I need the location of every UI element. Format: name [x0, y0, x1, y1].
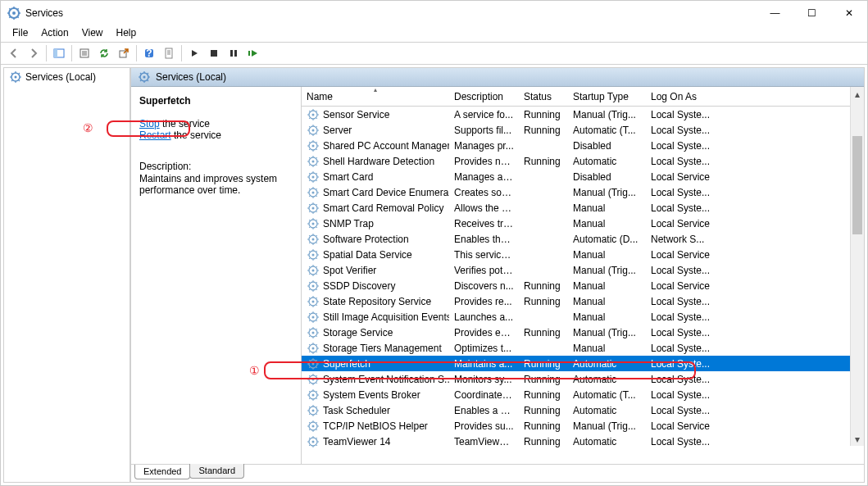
cell-name: Shell Hardware Detection: [302, 154, 449, 169]
svg-point-26: [312, 129, 315, 131]
scrollbar-thumb[interactable]: [852, 136, 862, 234]
cell-name: Software Protection: [302, 232, 449, 247]
service-row[interactable]: System Events BrokerCoordinates...Runnin…: [302, 387, 864, 402]
restart-service-button[interactable]: [244, 44, 262, 62]
service-row[interactable]: ServerSupports fil...RunningAutomatic (T…: [302, 122, 864, 138]
tabs-footer: Extended Standard: [131, 464, 864, 482]
properties-button[interactable]: [75, 44, 93, 62]
cell-status: [519, 176, 568, 178]
restart-service-link[interactable]: Restart: [139, 129, 171, 141]
tab-extended[interactable]: Extended: [134, 465, 190, 479]
svg-rect-15: [211, 50, 217, 57]
show-hide-tree-button[interactable]: [50, 44, 68, 62]
service-row[interactable]: Smart Card Device Enumera...Creates soft…: [302, 184, 864, 200]
export-button[interactable]: [115, 44, 133, 62]
service-row[interactable]: Spatial Data ServiceThis service ...Manu…: [302, 247, 864, 262]
cell-name: Shared PC Account Manager: [302, 139, 449, 153]
stop-service-link[interactable]: Stop: [139, 118, 160, 129]
cell-status: Running: [519, 420, 568, 433]
column-description[interactable]: Description: [449, 87, 519, 106]
scroll-down-arrow[interactable]: ▾: [851, 432, 864, 446]
svg-point-44: [312, 269, 315, 271]
column-status[interactable]: Status: [519, 87, 568, 106]
menu-help[interactable]: Help: [110, 25, 143, 42]
properties-sheet-button[interactable]: [160, 44, 178, 62]
stop-service-button[interactable]: [205, 44, 223, 62]
svg-point-46: [312, 284, 315, 287]
cell-name: System Event Notification S...: [302, 372, 449, 387]
gear-icon: [307, 202, 320, 215]
cell-logon: Local Syste...: [646, 311, 720, 324]
annotation-number-2: ②: [83, 121, 93, 135]
help-button[interactable]: ?: [140, 44, 158, 62]
cell-name: Task Scheduler: [302, 403, 449, 418]
gear-icon: [307, 279, 320, 293]
cell-description: Provides no...: [449, 155, 519, 168]
service-row[interactable]: Smart Card Removal PolicyAllows the s...…: [302, 200, 864, 216]
service-row[interactable]: System Event Notification S...Monitors s…: [302, 371, 864, 387]
column-logon[interactable]: Log On As: [646, 87, 720, 106]
cell-name: SNMP Trap: [302, 216, 449, 231]
service-row[interactable]: Spot VerifierVerifies pote...Manual (Tri…: [302, 262, 864, 278]
tree-item-services-local[interactable]: Services (Local): [4, 68, 130, 86]
tab-standard[interactable]: Standard: [189, 464, 244, 479]
cell-status: [519, 223, 568, 225]
service-row[interactable]: State Repository ServiceProvides re...Ru…: [302, 293, 864, 309]
svg-point-32: [312, 175, 315, 178]
refresh-button[interactable]: [95, 44, 113, 62]
cell-logon: Local Syste...: [646, 295, 720, 308]
service-row[interactable]: Task SchedulerEnables a us...RunningAuto…: [302, 402, 864, 418]
stop-service-line: Stop the service: [139, 118, 293, 129]
restart-service-text: the service: [171, 129, 221, 141]
cell-description: Allows the s...: [449, 202, 519, 215]
cell-startup: Manual: [568, 202, 646, 215]
titlebar: Services — ☐ ✕: [1, 1, 867, 25]
service-row[interactable]: SNMP TrapReceives tra...ManualLocal Serv…: [302, 216, 864, 231]
maximize-button[interactable]: ☐: [793, 1, 830, 25]
toolbar-separator: [46, 45, 47, 61]
svg-point-58: [312, 378, 315, 380]
cell-description: Enables a us...: [449, 404, 519, 417]
scroll-up-arrow[interactable]: ▴: [851, 87, 864, 101]
cell-status: Running: [519, 357, 568, 370]
cell-startup: Automatic (T...: [568, 124, 646, 137]
service-row[interactable]: SSDP DiscoveryDiscovers n...RunningManua…: [302, 278, 864, 293]
service-row[interactable]: Shell Hardware DetectionProvides no...Ru…: [302, 153, 864, 169]
minimize-button[interactable]: —: [757, 1, 793, 25]
menu-file[interactable]: File: [6, 25, 34, 42]
back-button[interactable]: [5, 44, 23, 62]
cell-startup: Manual (Trig...: [568, 108, 646, 121]
cell-name: Smart Card Removal Policy: [302, 201, 449, 216]
column-name[interactable]: Name▴: [302, 87, 449, 106]
service-row[interactable]: Smart CardManages ac...DisabledLocal Ser…: [302, 169, 864, 184]
gear-icon: [307, 217, 320, 230]
service-row[interactable]: Software ProtectionEnables the ...Automa…: [302, 231, 864, 247]
cell-startup: Manual: [568, 217, 646, 230]
close-button[interactable]: ✕: [830, 1, 867, 25]
cell-status: [519, 316, 568, 318]
vertical-scrollbar[interactable]: ▴ ▾: [850, 87, 864, 446]
cell-startup: Manual: [568, 295, 646, 308]
start-service-button[interactable]: [185, 44, 203, 62]
forward-button[interactable]: [25, 44, 43, 62]
cell-logon: Local Syste...: [646, 388, 720, 402]
service-row[interactable]: Sensor ServiceA service fo...RunningManu…: [302, 107, 864, 122]
gear-icon: [307, 420, 320, 433]
svg-point-62: [312, 409, 315, 411]
service-row[interactable]: Storage ServiceProvides en...RunningManu…: [302, 325, 864, 340]
menu-action[interactable]: Action: [34, 25, 75, 42]
service-row[interactable]: Storage Tiers ManagementOptimizes t...Ma…: [302, 340, 864, 356]
service-row[interactable]: TCP/IP NetBIOS HelperProvides su...Runni…: [302, 418, 864, 434]
service-row[interactable]: TeamViewer 14TeamViewer...RunningAutomat…: [302, 434, 864, 449]
service-row[interactable]: Shared PC Account ManagerManages pr...Di…: [302, 138, 864, 153]
column-startup[interactable]: Startup Type: [568, 87, 646, 106]
svg-rect-18: [248, 51, 250, 56]
cell-startup: Automatic: [568, 357, 646, 370]
menu-view[interactable]: View: [75, 25, 110, 42]
service-row[interactable]: SuperfetchMaintains a...RunningAutomatic…: [302, 356, 864, 371]
cell-startup: Automatic (D...: [568, 233, 646, 246]
pause-service-button[interactable]: [225, 44, 243, 62]
service-row[interactable]: Still Image Acquisition EventsLaunches a…: [302, 309, 864, 325]
cell-description: Monitors sy...: [449, 373, 519, 386]
svg-rect-16: [230, 50, 233, 57]
